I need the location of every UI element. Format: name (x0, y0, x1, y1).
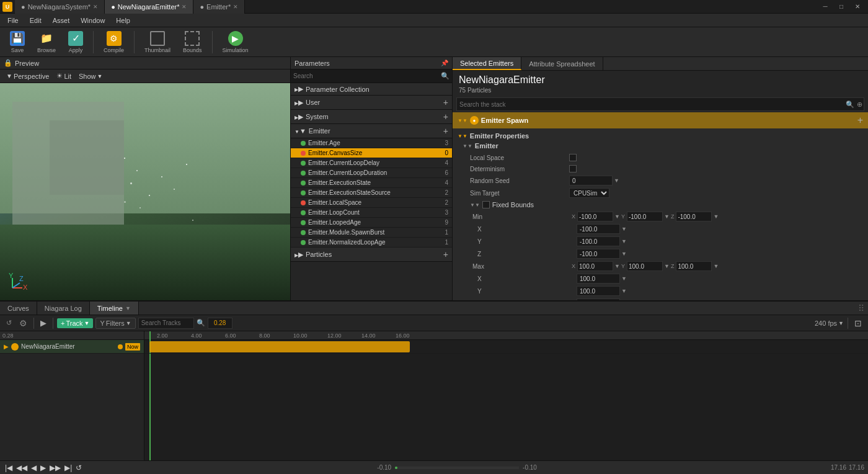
min-y-input[interactable] (627, 212, 663, 221)
skip-to-start-button[interactable]: |◀ (4, 463, 14, 472)
menu-file[interactable]: File (2, 16, 24, 25)
tab-niagara-emitter-close[interactable]: ✕ (182, 4, 187, 10)
emitter-spawn-header[interactable]: ▼ ● Emitter Spawn + (453, 112, 868, 128)
bottom-tab-bar: Curves Niagara Log Timeline ▼ ⠿ (0, 302, 868, 315)
simulation-button[interactable]: ▶ Simulation (218, 29, 254, 56)
ruler-mark-7: 16.00 (396, 333, 410, 339)
minimize-button[interactable]: ─ (817, 0, 833, 14)
max-z-input[interactable] (676, 261, 712, 271)
min-y-row-input[interactable] (577, 236, 620, 246)
browse-icon: 📁 (39, 31, 54, 46)
tab-emitter[interactable]: ● Emitter* ✕ (193, 0, 245, 14)
viewport-show-button[interactable]: Show ▼ (76, 71, 105, 81)
filters-button[interactable]: Y Filters ▼ (95, 318, 135, 329)
max-x-row-input[interactable] (577, 274, 620, 284)
min-x-row-input[interactable] (577, 224, 620, 234)
stack-search-icon: 🔍 (844, 101, 856, 109)
track-row-niagara-emitter[interactable]: ▶ NewNiagaraEmitter Now (0, 340, 144, 354)
min-z-input[interactable] (676, 212, 712, 221)
user-plus-button[interactable]: + (443, 97, 448, 107)
param-section-user-header[interactable]: ▶ User + (291, 96, 452, 110)
thumbnail-button[interactable]: Thumbnail (140, 29, 175, 56)
param-item-exec-state[interactable]: Emitter.ExecutionState 4 (291, 178, 452, 188)
menu-window[interactable]: Window (76, 16, 110, 25)
sim-target-select[interactable]: CPUSim GPUSim (569, 188, 609, 198)
viewport-mode-button[interactable]: ▼ Perspective (4, 71, 51, 81)
play-pause-button[interactable]: ▶ (39, 463, 47, 472)
system-plus-button[interactable]: + (443, 112, 448, 122)
param-item-loop-duration[interactable]: Emitter.CurrentLoopDuration 6 (291, 168, 452, 178)
menu-edit[interactable]: Edit (25, 16, 46, 25)
viewport-lit-button[interactable]: ☀ Lit (54, 71, 74, 81)
timeline-ruler: 2.00 4.00 6.00 8.00 10.00 12.00 14.00 16… (144, 331, 868, 340)
param-item-emitter-age[interactable]: Emitter.Age 3 (291, 138, 452, 148)
close-button[interactable]: ✕ (849, 0, 866, 14)
rewind-fast-button[interactable]: ◀◀ (15, 463, 29, 472)
emitter-spawn-plus-button[interactable]: + (857, 115, 863, 126)
param-section-emitter-header[interactable]: ▼ Emitter + (291, 124, 452, 138)
tab-niagara-log[interactable]: Niagara Log (37, 302, 90, 315)
tab-curves[interactable]: Curves (0, 302, 37, 315)
canvas-size-count: 0 (445, 150, 448, 156)
timeline-scrubber[interactable] (395, 467, 519, 469)
fps-value: 240 fps (815, 320, 837, 327)
emitter-plus-button[interactable]: + (443, 126, 448, 136)
determinism-label: Determinism (470, 166, 569, 172)
param-item-loop-count[interactable]: Emitter.LoopCount 3 (291, 208, 452, 218)
param-section-user: ▶ User + (291, 96, 452, 110)
tab-emitter-close[interactable]: ✕ (233, 4, 238, 10)
browse-button[interactable]: 📁 Browse (32, 29, 61, 56)
prop-fixed-bounds: ▼ Fixed Bounds (463, 199, 863, 210)
emitter-timeline-block[interactable] (149, 341, 410, 352)
param-item-looped-age[interactable]: Emitter.LoopedAge 9 (291, 218, 452, 228)
min-label: Min (472, 213, 572, 220)
param-section-particles-header[interactable]: ▶ Particles + (291, 248, 452, 262)
fixed-bounds-checkbox[interactable] (482, 201, 490, 208)
bottom-panel: Curves Niagara Log Timeline ▼ ⠿ ↺ ⚙ ▶ + … (0, 300, 868, 474)
tab-niagara-emitter[interactable]: ● NewNiagaraEmitter* ✕ (105, 0, 193, 14)
maximize-button[interactable]: □ (833, 0, 849, 14)
stack-search-input[interactable] (457, 101, 844, 108)
param-item-spawn-burst[interactable]: Emitter.Module.SpawnBurst 1 (291, 228, 452, 238)
tab-selected-emitters[interactable]: Selected Emitters (453, 57, 521, 70)
timeline-expand-icon[interactable]: ⊡ (852, 317, 864, 329)
save-button[interactable]: 💾 Save (5, 29, 30, 56)
max-z-row-input[interactable] (577, 298, 620, 300)
viewport-mode-icon: ▼ (6, 73, 12, 79)
max-y-input[interactable] (627, 261, 663, 271)
play-button[interactable]: ▶ (38, 317, 49, 329)
bounds-button[interactable]: Bounds (178, 29, 207, 56)
search-tracks-input[interactable] (138, 318, 194, 329)
parameters-search-input[interactable] (293, 73, 441, 79)
param-item-canvas-size[interactable]: Emitter.CanvasSize 0 (291, 148, 452, 158)
apply-button[interactable]: ✓ Apply (63, 29, 88, 56)
track-expand-icon[interactable]: ▶ (4, 343, 9, 350)
compile-button[interactable]: ⚙ Compile (99, 29, 129, 56)
param-section-collection-header[interactable]: ▶ Parameter Collection (291, 83, 452, 96)
max-y-row-input[interactable] (577, 286, 620, 296)
skip-to-end-button[interactable]: ▶| (63, 463, 73, 472)
tab-timeline[interactable]: Timeline ▼ (90, 302, 139, 315)
tab-attribute-spreadsheet[interactable]: Attribute Spreadsheet (521, 57, 603, 70)
step-forward-button[interactable]: ▶▶ (48, 463, 62, 472)
menu-help[interactable]: Help (111, 16, 135, 25)
param-item-exec-state-source[interactable]: Emitter.ExecutionStateSource 2 (291, 188, 452, 198)
step-back-button[interactable]: ◀ (30, 463, 38, 472)
min-x-input[interactable] (577, 212, 613, 221)
loop-button[interactable]: ↺ (74, 463, 83, 472)
local-space-checkbox[interactable] (569, 154, 577, 161)
particles-plus-button[interactable]: + (443, 249, 448, 259)
param-item-loop-delay[interactable]: Emitter.CurrentLoopDelay 4 (291, 158, 452, 168)
param-section-system-header[interactable]: ▶ System + (291, 110, 452, 124)
min-z-row-input[interactable] (577, 249, 620, 259)
menu-asset[interactable]: Asset (48, 16, 75, 25)
add-track-button[interactable]: + Track ▼ (57, 318, 93, 328)
determinism-checkbox[interactable] (569, 165, 577, 172)
param-item-normalized-loop[interactable]: Emitter.NormalizedLoopAge 1 (291, 238, 452, 248)
max-x-input[interactable] (577, 261, 613, 271)
parameters-header: Parameters 📌 (291, 57, 452, 69)
tab-niagara-system-close[interactable]: ✕ (93, 4, 98, 10)
tab-niagara-system[interactable]: ● NewNiagaraSystem* ✕ (15, 0, 105, 14)
random-seed-input[interactable] (569, 176, 613, 186)
param-item-local-space[interactable]: Emitter.LocalSpace 2 (291, 198, 452, 208)
